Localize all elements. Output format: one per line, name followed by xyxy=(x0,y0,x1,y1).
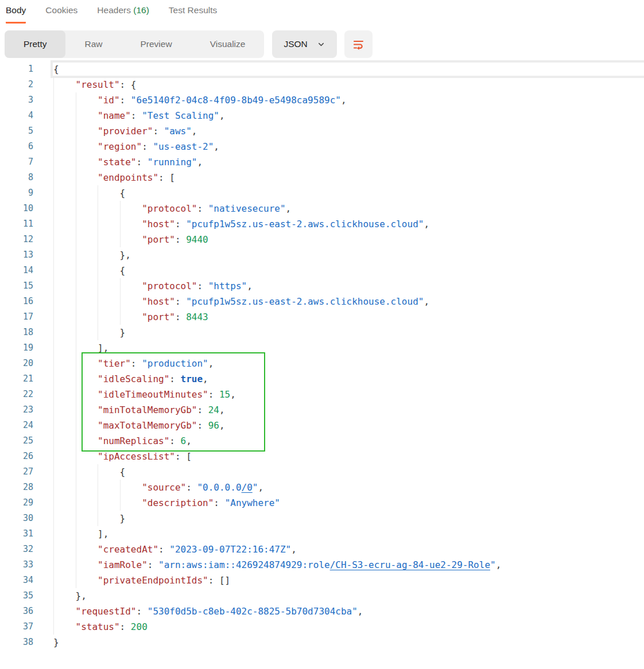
json-punctuation: } xyxy=(53,637,59,648)
line-number: 17 xyxy=(0,309,33,325)
line-number: 25 xyxy=(0,433,33,449)
indent-guide xyxy=(76,511,98,526)
json-punctuation: { xyxy=(53,64,59,75)
code-line-content: ], xyxy=(33,526,644,542)
code-line-content: "status": 200 xyxy=(33,619,644,635)
view-visualize-button[interactable]: Visualize xyxy=(191,30,265,58)
code-line-content: "createdAt": "2023-09-07T22:16:47Z", xyxy=(33,542,644,557)
json-punctuation: , xyxy=(203,374,208,384)
json-string: "https" xyxy=(208,281,247,291)
line-number: 14 xyxy=(0,263,33,278)
indent-guide xyxy=(98,263,120,278)
json-punctuation: { xyxy=(120,265,126,276)
tab-body[interactable]: Body xyxy=(6,5,26,24)
indent-guide xyxy=(76,123,98,139)
code-line-content: { xyxy=(33,185,644,201)
line-number: 23 xyxy=(0,402,33,418)
json-number: 8443 xyxy=(186,312,208,322)
code-line: 10"protocol": "nativesecure", xyxy=(0,201,644,216)
json-punctuation: : xyxy=(186,482,197,493)
indent-guide xyxy=(53,216,76,232)
json-string-link[interactable]: /CH-S3-ecru-ag-84-ue2-29-Role xyxy=(330,559,490,570)
indent-guide xyxy=(53,495,76,511)
line-number: 15 xyxy=(0,278,33,294)
code-line: 14{ xyxy=(0,263,644,278)
json-key: "privateEndpointIds" xyxy=(98,575,208,586)
json-punctuation: : xyxy=(197,404,208,415)
json-punctuation: , xyxy=(286,203,292,214)
line-number: 24 xyxy=(0,418,33,433)
view-pretty-button[interactable]: Pretty xyxy=(5,30,65,58)
json-string: "530f0d5b-c8eb-402c-8825-5b70d7304cba" xyxy=(148,606,358,617)
indent-guide xyxy=(53,309,76,325)
code-line-content: "protocol": "nativesecure", xyxy=(33,201,644,216)
json-punctuation: : xyxy=(175,219,186,230)
language-select[interactable]: JSON xyxy=(272,30,336,58)
tab-headers-label: Headers xyxy=(97,5,131,15)
line-number: 27 xyxy=(0,464,33,480)
code-line: 25"numReplicas": 6, xyxy=(0,433,644,449)
json-punctuation: : xyxy=(137,157,148,168)
code-line: 32"createdAt": "2023-09-07T22:16:47Z", xyxy=(0,542,644,557)
code-line: 36"requestId": "530f0d5b-c8eb-402c-8825-… xyxy=(0,604,644,619)
line-number: 19 xyxy=(0,340,33,356)
json-punctuation: , xyxy=(192,126,197,137)
indent-guide xyxy=(76,232,98,247)
view-preview-button[interactable]: Preview xyxy=(122,30,191,58)
indent-guide xyxy=(53,154,76,170)
code-line-content: } xyxy=(33,325,644,340)
json-string: "0.0.0.0 xyxy=(197,482,241,493)
json-punctuation: ], xyxy=(98,343,108,353)
indent-guide xyxy=(120,495,142,511)
line-number: 21 xyxy=(0,371,33,387)
json-string: "2023-09-07T22:16:47Z" xyxy=(169,544,291,555)
json-string: "pcufp1w5sz.us-east-2.aws.clickhouse.clo… xyxy=(186,296,424,307)
indent-guide xyxy=(76,170,98,185)
line-number: 3 xyxy=(0,92,33,108)
indent-guide xyxy=(76,542,98,557)
line-number: 7 xyxy=(0,154,33,170)
json-punctuation: : xyxy=(208,389,219,400)
code-line: 26"ipAccessList": [ xyxy=(0,449,644,464)
json-punctuation: : { xyxy=(120,79,137,90)
code-line-content: { xyxy=(33,61,644,77)
code-line: 16"host": "pcufp1w5sz.us-east-2.aws.clic… xyxy=(0,294,644,309)
indent-guide xyxy=(76,340,98,356)
json-key: "port" xyxy=(142,234,175,245)
indent-guide xyxy=(53,185,76,201)
response-body-editor[interactable]: 1{2"result": {3"id": "6e5140f2-04c8-4f09… xyxy=(0,61,644,650)
tab-cookies[interactable]: Cookies xyxy=(45,5,77,24)
code-line-content: }, xyxy=(33,247,644,263)
indent-guide xyxy=(53,418,76,433)
tab-test-results[interactable]: Test Results xyxy=(169,5,217,24)
indent-guide xyxy=(98,278,120,294)
line-number: 28 xyxy=(0,480,33,495)
indent-guide xyxy=(76,278,98,294)
json-string: "nativesecure" xyxy=(208,203,286,214)
json-number: 6 xyxy=(181,435,187,446)
indent-guide xyxy=(53,433,76,449)
json-string-link[interactable]: /0 xyxy=(242,482,253,493)
json-key: "numReplicas" xyxy=(98,435,169,446)
code-line-content: "idleScaling": true, xyxy=(33,371,644,387)
line-number: 18 xyxy=(0,325,33,340)
code-line: 7"state": "running", xyxy=(0,154,644,170)
indent-guide xyxy=(76,201,98,216)
json-punctuation: : xyxy=(175,312,186,322)
json-punctuation: : xyxy=(158,544,169,555)
indent-guide xyxy=(120,480,142,495)
json-punctuation: , xyxy=(197,157,203,168)
indent-guide xyxy=(76,325,98,340)
indent-guide xyxy=(76,263,98,278)
indent-guide xyxy=(120,294,142,309)
indent-guide xyxy=(76,154,98,170)
tab-headers[interactable]: Headers (16) xyxy=(97,5,149,24)
view-raw-button[interactable]: Raw xyxy=(65,30,121,58)
code-line: 27{ xyxy=(0,464,644,480)
indent-guide xyxy=(76,108,98,123)
indent-guide xyxy=(53,278,76,294)
json-punctuation: : [] xyxy=(208,575,231,586)
indent-guide xyxy=(53,263,76,278)
wrap-text-button[interactable] xyxy=(344,30,373,58)
code-line-content: "host": "pcufp1w5sz.us-east-2.aws.clickh… xyxy=(33,294,644,309)
